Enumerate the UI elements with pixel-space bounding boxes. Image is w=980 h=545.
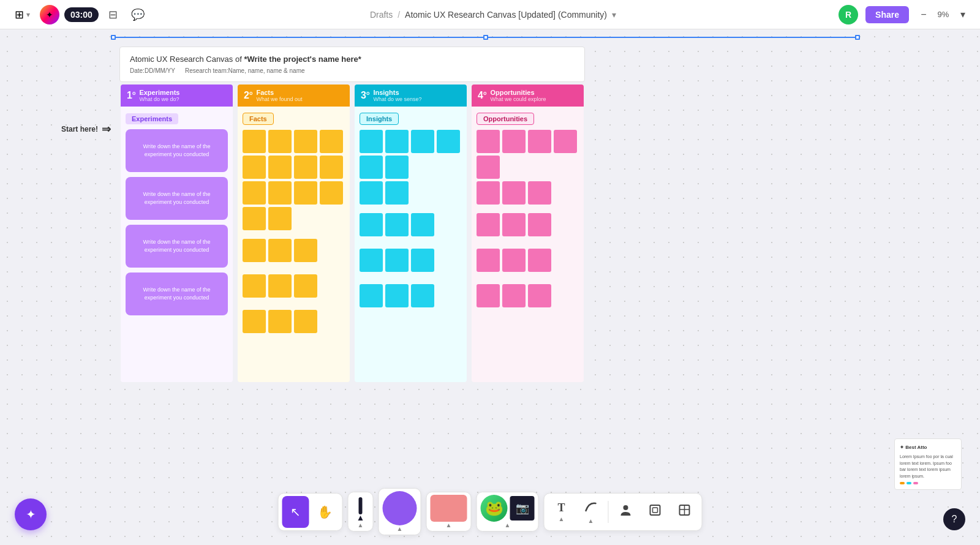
sticky-note[interactable]	[360, 213, 383, 236]
shapes-section-1: ▲	[379, 488, 421, 535]
sticky-note[interactable]	[385, 213, 409, 236]
apps-menu-button[interactable]: ⊞ ▾	[10, 6, 35, 24]
sticky-note[interactable]	[294, 181, 317, 205]
sticky-note[interactable]	[411, 130, 434, 153]
cursor-icon: ↖	[290, 505, 301, 519]
sticky-note[interactable]	[294, 310, 317, 333]
sticky-note[interactable]	[477, 156, 500, 179]
sticky-note[interactable]	[360, 284, 383, 307]
sticky-note[interactable]	[360, 130, 383, 153]
sticky-note[interactable]	[294, 274, 317, 298]
frog-sticker-button[interactable]: 🐸 📷 ▲	[481, 495, 535, 528]
sticky-note[interactable]	[243, 156, 266, 179]
timer-value: 03:00	[70, 10, 92, 20]
sticky-note[interactable]	[320, 181, 343, 205]
experiment-card-1[interactable]: Write down the name of the experiment yo…	[126, 129, 228, 172]
sticky-note[interactable]	[268, 310, 292, 333]
sticky-note[interactable]	[437, 130, 460, 153]
sticky-note[interactable]	[294, 156, 317, 179]
sticky-note[interactable]	[528, 284, 551, 307]
facts-header-text: Facts What we found out	[256, 89, 302, 102]
sticky-note[interactable]	[477, 181, 500, 205]
experiment-card-3[interactable]: Write down the name of the experiment yo…	[126, 225, 228, 268]
share-button[interactable]: Share	[865, 6, 909, 23]
sticky-note[interactable]	[385, 284, 409, 307]
sticky-note[interactable]	[243, 239, 266, 262]
svg-rect-0	[359, 497, 363, 514]
sticky-note[interactable]	[528, 181, 551, 205]
pen-tools-section: ▲	[348, 492, 374, 532]
sticky-note[interactable]	[528, 213, 551, 236]
zoom-in-button[interactable]: ▾	[956, 7, 970, 22]
comments-button[interactable]: 💬	[128, 5, 148, 24]
sticky-note[interactable]	[502, 181, 526, 205]
sticky-note[interactable]	[477, 213, 500, 236]
experiment-card-2[interactable]: Write down the name of the experiment yo…	[126, 177, 228, 220]
sticky-note[interactable]	[360, 249, 383, 272]
sticky-note[interactable]	[502, 249, 526, 272]
sticky-note[interactable]	[411, 284, 434, 307]
table-tool-button[interactable]	[671, 496, 698, 528]
sticky-note[interactable]	[502, 130, 526, 153]
sticky-note[interactable]	[477, 249, 500, 272]
sticky-note[interactable]	[360, 181, 383, 205]
hand-tool-button[interactable]: ✋	[312, 496, 339, 528]
pen-button[interactable]: ▲	[352, 495, 369, 528]
sticky-note[interactable]	[477, 284, 500, 307]
sticky-note[interactable]	[411, 249, 434, 272]
table-icon	[678, 503, 692, 520]
sticky-note[interactable]	[268, 274, 292, 298]
breadcrumb-chevron-icon[interactable]: ▾	[612, 10, 616, 20]
sticky-note[interactable]	[243, 181, 266, 205]
sticky-note[interactable]	[268, 130, 292, 153]
sticky-note[interactable]	[294, 239, 317, 262]
sticky-note[interactable]	[320, 156, 343, 179]
facts-tag: Facts	[243, 113, 274, 125]
sticky-note[interactable]	[268, 239, 292, 262]
svg-rect-3	[650, 505, 660, 515]
sticky-note[interactable]	[243, 274, 266, 298]
purple-circle-button[interactable]: ▲	[383, 491, 417, 532]
sticky-note[interactable]	[502, 284, 526, 307]
sticky-note[interactable]	[243, 130, 266, 153]
sticky-note[interactable]	[320, 130, 343, 153]
sticker-tool-button[interactable]	[612, 496, 639, 528]
sticky-note[interactable]	[554, 130, 577, 153]
sticky-note[interactable]	[360, 156, 383, 179]
sticky-note[interactable]	[502, 213, 526, 236]
breadcrumb-title[interactable]: Atomic UX Research Canvas [Updated] (Com…	[405, 10, 607, 20]
sticky-note[interactable]	[243, 207, 266, 230]
selection-indicator	[113, 37, 858, 38]
zoom-out-button[interactable]: −	[916, 7, 931, 22]
sticky-note[interactable]	[385, 130, 409, 153]
sticky-note[interactable]	[411, 213, 434, 236]
path-tool-button[interactable]: ▲	[578, 496, 605, 528]
start-here-arrow-icon: ⇒	[102, 122, 111, 136]
zoom-level[interactable]: 9%	[933, 10, 953, 19]
sticky-note[interactable]	[243, 310, 266, 333]
sticky-note[interactable]	[268, 207, 292, 230]
sticky-note[interactable]	[268, 156, 292, 179]
cursor-tool-button[interactable]: ↖	[282, 496, 309, 528]
help-button[interactable]: ?	[943, 508, 965, 530]
fab-button[interactable]: ✦	[15, 498, 47, 530]
text-tool-button[interactable]: T ▲	[548, 496, 575, 528]
sticky-note[interactable]	[294, 130, 317, 153]
sticky-note[interactable]	[385, 249, 409, 272]
salmon-rect-button[interactable]: ▲	[431, 495, 467, 528]
sticky-note[interactable]	[268, 181, 292, 205]
sticky-note[interactable]	[477, 130, 500, 153]
sticky-note[interactable]	[385, 156, 409, 179]
sticky-note[interactable]	[528, 130, 551, 153]
frame-tool-button[interactable]	[642, 496, 669, 528]
breadcrumb-drafts[interactable]: Drafts	[370, 10, 393, 20]
experiment-card-4[interactable]: Write down the name of the experiment yo…	[126, 272, 228, 315]
topbar-left: ⊞ ▾ ✦ 03:00 ⊟ 💬	[10, 5, 148, 24]
topbar-right: R Share − 9% ▾	[839, 5, 970, 24]
sticky-note[interactable]	[385, 181, 409, 205]
user-avatar-button[interactable]: R	[839, 5, 858, 24]
sticky-note[interactable]	[528, 249, 551, 272]
layout-toggle-button[interactable]: ⊟	[104, 5, 123, 24]
canvas-area[interactable]: Start here! ⇒ Atomic UX Research Canvas …	[0, 29, 980, 545]
topbar-center: Drafts / Atomic UX Research Canvas [Upda…	[148, 10, 839, 20]
